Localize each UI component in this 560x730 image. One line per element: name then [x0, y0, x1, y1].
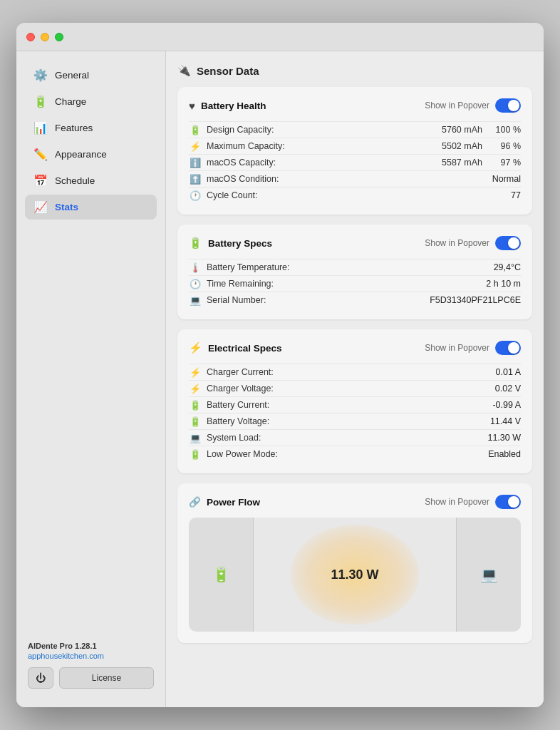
- battery-voltage-value: 11.44 V: [490, 416, 521, 426]
- macos-capacity-mah: 5587 mAh: [432, 158, 482, 168]
- design-capacity-pct: 100 %: [492, 125, 521, 135]
- macos-condition-label: macOS Condition:: [207, 174, 279, 184]
- sidebar-label-general: General: [55, 70, 89, 81]
- time-remaining-row: 🕐 Time Remaining: 2 h 10 m: [189, 275, 521, 292]
- content-title: Sensor Data: [197, 65, 259, 77]
- stats-icon: 📈: [33, 200, 48, 214]
- power-flow-title: Power Flow: [207, 497, 260, 508]
- serial-number-row: 💻 Serial Number: F5D31340PF21LPC6E: [189, 292, 521, 308]
- laptop-right-icon: 💻: [480, 566, 498, 583]
- max-capacity-icon: ⚡: [189, 141, 202, 152]
- heart-icon: ♥: [189, 100, 195, 112]
- time-icon: 🕐: [189, 279, 202, 289]
- maximum-capacity-label: Maximum Capacity:: [207, 141, 285, 151]
- macos-condition-row: ⬆️ macOS Condition: Normal: [189, 170, 521, 187]
- maximize-button[interactable]: [55, 33, 63, 41]
- macos-capacity-icon: ℹ️: [189, 158, 202, 168]
- power-flow-popover-toggle[interactable]: [495, 495, 521, 509]
- appearance-icon: ✏️: [33, 148, 48, 161]
- sidebar-item-appearance[interactable]: ✏️ Appearance: [25, 142, 157, 167]
- cycle-count-icon: 🕐: [189, 190, 202, 201]
- macos-capacity-label: macOS Capacity:: [207, 158, 276, 168]
- electrical-specs-title-group: ⚡ Electrical Specs: [189, 341, 282, 354]
- maximum-capacity-pct: 96 %: [492, 141, 521, 151]
- power-flow-popover-group: Show in Popover: [425, 495, 521, 509]
- low-power-icon: 🔋: [189, 449, 202, 460]
- battery-health-popover-label: Show in Popover: [425, 101, 489, 110]
- cycle-count-value: 77: [511, 190, 521, 200]
- sidebar-item-charge[interactable]: 🔋 Charge: [25, 89, 157, 114]
- electrical-specs-popover-label: Show in Popover: [425, 343, 489, 353]
- battery-current-row: 🔋 Battery Current: -0.99 A: [189, 396, 521, 413]
- charger-voltage-icon: ⚡: [189, 384, 202, 394]
- minimize-button[interactable]: [41, 33, 49, 41]
- sidebar-footer: AlDente Pro 1.28.1 apphousekitchen.com ⏻…: [25, 634, 157, 696]
- power-flow-center: 11.30 W: [254, 518, 456, 632]
- macos-condition-value: Normal: [492, 174, 521, 184]
- battery-current-icon: 🔋: [189, 400, 202, 411]
- battery-voltage-icon: 🔋: [189, 416, 202, 427]
- time-remaining-value: 2 h 10 m: [486, 279, 521, 289]
- charger-current-icon: ⚡: [189, 367, 202, 378]
- sidebar-item-general[interactable]: ⚙️ General: [25, 63, 157, 88]
- battery-current-value: -0.99 A: [492, 400, 521, 410]
- app-link[interactable]: apphousekitchen.com: [28, 652, 154, 660]
- maximum-capacity-row: ⚡ Maximum Capacity: 5502 mAh 96 %: [189, 138, 521, 154]
- battery-health-popover-group: Show in Popover: [425, 98, 521, 113]
- close-button[interactable]: [26, 33, 35, 41]
- battery-specs-title: Battery Specs: [208, 238, 272, 249]
- electrical-specs-popover-group: Show in Popover: [425, 341, 521, 355]
- battery-health-section: ♥ Battery Health Show in Popover 🔋 Desig…: [177, 87, 532, 215]
- design-capacity-row: 🔋 Design Capacity: 5760 mAh 100 %: [189, 121, 521, 138]
- titlebar: [16, 23, 544, 51]
- battery-left-icon: 🔋: [212, 566, 230, 583]
- electrical-icon: ⚡: [189, 341, 202, 354]
- content-header: 🔌 Sensor Data: [177, 64, 532, 77]
- license-button[interactable]: License: [59, 667, 154, 689]
- power-flow-title-group: 🔗 Power Flow: [189, 496, 260, 508]
- low-power-mode-label: Low Power Mode:: [207, 449, 278, 459]
- serial-number-label: Serial Number:: [207, 295, 266, 305]
- main-content: 🔌 Sensor Data ♥ Battery Health Show in P…: [166, 51, 544, 707]
- time-remaining-label: Time Remaining:: [207, 279, 274, 289]
- app-window: ⚙️ General 🔋 Charge 📊 Features ✏️ Appear…: [16, 23, 544, 707]
- sidebar-item-features[interactable]: 📊 Features: [25, 115, 157, 140]
- app-version: AlDente Pro 1.28.1: [28, 642, 154, 650]
- power-flow-header: 🔗 Power Flow Show in Popover: [189, 495, 521, 509]
- low-power-mode-row: 🔋 Low Power Mode: Enabled: [189, 446, 521, 462]
- power-button[interactable]: ⏻: [28, 667, 53, 689]
- battery-temperature-value: 29,4°C: [494, 262, 521, 272]
- battery-specs-popover-label: Show in Popover: [425, 238, 489, 248]
- charger-current-label: Charger Current:: [207, 367, 274, 377]
- power-flow-right: 💻: [457, 518, 521, 632]
- charger-current-value: 0.01 A: [496, 367, 521, 377]
- sensor-data-icon: 🔌: [177, 64, 191, 77]
- gear-icon: ⚙️: [33, 68, 48, 82]
- electrical-specs-popover-toggle[interactable]: [495, 341, 521, 355]
- battery-specs-popover-group: Show in Popover: [425, 236, 521, 250]
- maximum-capacity-mah: 5502 mAh: [432, 141, 482, 151]
- battery-temperature-label: Battery Temperature:: [207, 262, 290, 272]
- temperature-icon: 🌡️: [189, 262, 202, 273]
- macos-capacity-row: ℹ️ macOS Capacity: 5587 mAh 97 %: [189, 154, 521, 170]
- battery-temperature-row: 🌡️ Battery Temperature: 29,4°C: [189, 259, 521, 275]
- battery-specs-title-group: 🔋 Battery Specs: [189, 237, 272, 250]
- cycle-count-row: 🕐 Cycle Count: 77: [189, 187, 521, 203]
- battery-voltage-row: 🔋 Battery Voltage: 11.44 V: [189, 413, 521, 429]
- design-capacity-mah: 5760 mAh: [432, 125, 482, 135]
- sidebar-label-appearance: Appearance: [55, 149, 107, 160]
- battery-health-popover-toggle[interactable]: [495, 98, 521, 113]
- sidebar-item-schedule[interactable]: 📅 Schedule: [25, 168, 157, 193]
- system-load-label: System Load:: [207, 433, 261, 443]
- sidebar-item-stats[interactable]: 📈 Stats: [25, 195, 157, 220]
- schedule-icon: 📅: [33, 174, 48, 187]
- features-icon: 📊: [33, 121, 48, 135]
- system-load-row: 💻 System Load: 11.30 W: [189, 429, 521, 446]
- power-flow-section: 🔗 Power Flow Show in Popover 🔋: [177, 483, 532, 643]
- power-flow-diagram: 🔋 11.30 W 💻: [189, 518, 521, 632]
- design-capacity-icon: 🔋: [189, 125, 202, 135]
- sidebar-label-charge: Charge: [55, 96, 86, 107]
- battery-specs-icon: 🔋: [189, 237, 202, 250]
- battery-specs-popover-toggle[interactable]: [495, 236, 521, 250]
- charger-current-row: ⚡ Charger Current: 0.01 A: [189, 364, 521, 380]
